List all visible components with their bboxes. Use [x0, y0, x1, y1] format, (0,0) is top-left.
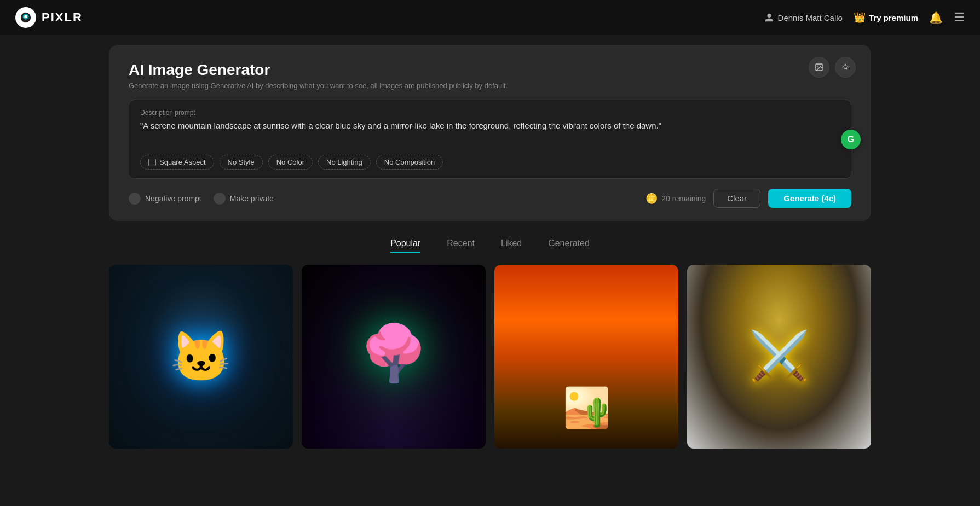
image-tool-button[interactable] — [809, 57, 829, 78]
generate-button[interactable]: Generate (4c) — [768, 189, 851, 208]
tab-popular[interactable]: Popular — [390, 239, 420, 253]
logo-area: PIXLR — [15, 7, 83, 28]
navbar-right: Dennis Matt Callo 👑 Try premium 🔔 ☰ — [764, 10, 965, 25]
svg-point-3 — [817, 66, 818, 67]
negative-prompt-toggle[interactable]: Negative prompt — [129, 193, 201, 205]
logo-icon — [15, 7, 36, 28]
tabs-row: Popular Recent Liked Generated — [109, 239, 871, 253]
coins-icon: 🪙 — [645, 193, 658, 205]
svg-point-1 — [24, 15, 27, 18]
page-title: AI Image Generator — [129, 61, 851, 79]
username: Dennis Matt Callo — [778, 13, 843, 22]
chip-composition[interactable]: No Composition — [376, 155, 443, 170]
nav-user: Dennis Matt Callo — [764, 13, 843, 22]
prompt-label: Description prompt — [140, 109, 840, 117]
prompt-chips: Square Aspect No Style No Color No Light… — [140, 155, 840, 170]
clear-button[interactable]: Clear — [713, 189, 760, 208]
tab-recent[interactable]: Recent — [447, 239, 475, 253]
tab-liked[interactable]: Liked — [501, 239, 522, 253]
prompt-text[interactable]: "A serene mountain landscape at sunrise … — [140, 120, 840, 146]
image-card-armor[interactable] — [687, 265, 871, 449]
negative-prompt-toggle-circle — [129, 193, 141, 205]
chip-lighting[interactable]: No Lighting — [318, 155, 371, 170]
person-icon — [764, 13, 774, 22]
grammarly-button[interactable]: G — [841, 130, 861, 149]
logo-text: PIXLR — [42, 10, 83, 25]
image-card-cat[interactable] — [109, 265, 293, 449]
chip-color[interactable]: No Color — [268, 155, 313, 170]
tab-generated[interactable]: Generated — [548, 239, 590, 253]
chip-style[interactable]: No Style — [220, 155, 263, 170]
notification-bell-button[interactable]: 🔔 — [929, 11, 943, 24]
chip-aspect[interactable]: Square Aspect — [140, 155, 214, 170]
generator-panel: AI Image Generator Generate an image usi… — [109, 45, 871, 221]
edit-tool-button[interactable] — [835, 57, 856, 78]
navbar: PIXLR Dennis Matt Callo 👑 Try premium 🔔 … — [0, 0, 980, 35]
square-icon — [148, 159, 156, 166]
wand-icon — [841, 63, 850, 72]
panel-toolbar — [809, 57, 856, 78]
make-private-toggle-circle — [214, 193, 226, 205]
hamburger-menu-button[interactable]: ☰ — [954, 10, 965, 25]
crown-icon: 👑 — [854, 11, 866, 24]
try-premium-button[interactable]: 👑 Try premium — [854, 11, 918, 24]
image-grid — [109, 265, 871, 462]
prompt-box: Description prompt "A serene mountain la… — [129, 100, 851, 179]
image-icon — [815, 63, 823, 72]
main-content: AI Image Generator Generate an image usi… — [96, 35, 884, 462]
controls-right: 🪙 20 remaining Clear Generate (4c) — [645, 189, 851, 208]
make-private-toggle[interactable]: Make private — [214, 193, 274, 205]
remaining-info: 🪙 20 remaining — [645, 193, 706, 205]
controls-row: Negative prompt Make private 🪙 20 remain… — [129, 189, 851, 208]
page-subtitle: Generate an image using Generative AI by… — [129, 82, 851, 90]
image-card-tree[interactable] — [302, 265, 486, 449]
controls-left: Negative prompt Make private — [129, 193, 274, 205]
image-card-desert[interactable] — [494, 265, 678, 449]
